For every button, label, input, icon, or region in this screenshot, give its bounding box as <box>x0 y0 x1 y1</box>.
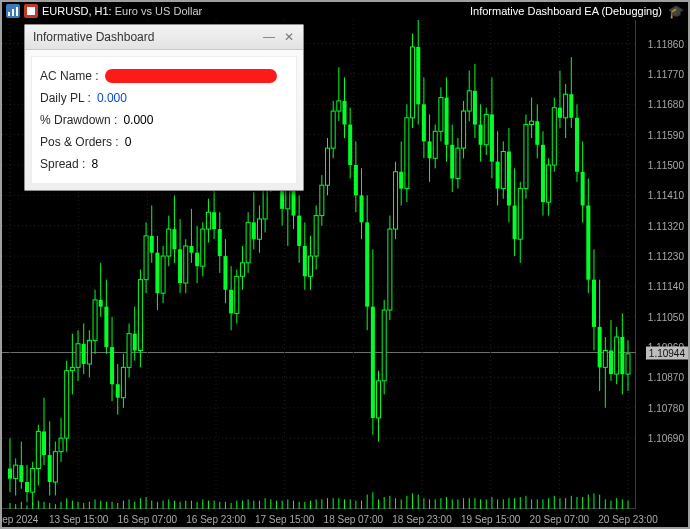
svg-rect-168 <box>82 344 86 364</box>
drawdown-label: % Drawdown : <box>40 113 117 127</box>
svg-rect-208 <box>195 253 199 266</box>
svg-rect-270 <box>371 307 375 418</box>
svg-rect-216 <box>218 229 222 256</box>
svg-rect-300 <box>456 148 460 178</box>
svg-rect-304 <box>467 91 471 111</box>
svg-rect-228 <box>252 222 256 239</box>
svg-rect-2 <box>12 9 14 16</box>
svg-rect-332 <box>547 165 551 202</box>
svg-rect-230 <box>257 219 261 239</box>
chart-type-icon <box>6 4 20 18</box>
svg-rect-200 <box>172 229 176 249</box>
svg-rect-172 <box>93 300 97 340</box>
svg-rect-1 <box>8 12 10 16</box>
time-tick: 13 Sep 15:00 <box>49 514 109 525</box>
svg-rect-324 <box>524 125 528 189</box>
svg-rect-336 <box>558 108 562 118</box>
svg-rect-188 <box>138 280 142 351</box>
svg-rect-322 <box>518 189 522 240</box>
svg-rect-174 <box>99 300 103 307</box>
price-tick: 1.10690 <box>648 433 684 444</box>
svg-rect-330 <box>541 145 545 202</box>
svg-rect-192 <box>150 236 154 253</box>
svg-rect-222 <box>235 276 239 313</box>
price-tick: 1.11680 <box>648 99 684 110</box>
svg-rect-298 <box>450 145 454 179</box>
panel-close-button[interactable]: ✕ <box>281 29 297 45</box>
svg-rect-360 <box>626 354 630 374</box>
daily-pl-label: Daily PL : <box>40 91 91 105</box>
svg-rect-3 <box>16 7 18 16</box>
svg-rect-256 <box>331 111 335 148</box>
svg-rect-202 <box>178 249 182 283</box>
pos-orders-value: 0 <box>125 135 132 149</box>
ac-name-redacted <box>105 69 277 83</box>
svg-rect-210 <box>201 229 205 266</box>
current-price-badge: 1.10944 <box>646 346 688 359</box>
svg-rect-314 <box>496 162 500 189</box>
time-tick: 17 Sep 15:00 <box>255 514 315 525</box>
svg-rect-264 <box>354 165 358 195</box>
svg-rect-196 <box>161 256 165 293</box>
svg-rect-320 <box>513 205 517 239</box>
price-tick: 1.11500 <box>648 160 684 171</box>
svg-rect-252 <box>320 185 324 215</box>
svg-rect-214 <box>212 212 216 229</box>
svg-rect-354 <box>609 350 613 374</box>
svg-rect-262 <box>348 125 352 165</box>
svg-rect-346 <box>586 205 590 279</box>
price-tick: 1.11590 <box>648 129 684 140</box>
svg-rect-190 <box>144 236 148 280</box>
svg-rect-180 <box>116 384 120 397</box>
svg-rect-144 <box>14 465 18 478</box>
svg-rect-284 <box>411 47 415 118</box>
ea-hat-icon[interactable]: 🎓 <box>668 4 684 19</box>
panel-minimize-button[interactable]: — <box>261 29 277 45</box>
svg-rect-306 <box>473 91 477 125</box>
pos-orders-label: Pos & Orders : <box>40 135 119 149</box>
price-tick: 1.11050 <box>648 311 684 322</box>
time-tick: 20 Sep 07:00 <box>530 514 590 525</box>
svg-rect-352 <box>603 350 607 367</box>
informative-dashboard-panel[interactable]: Informative Dashboard — ✕ AC Name : Dail… <box>24 24 304 191</box>
price-tick: 1.11230 <box>648 251 684 262</box>
time-tick: 18 Sep 07:00 <box>324 514 384 525</box>
spread-label: Spread : <box>40 157 85 171</box>
svg-rect-212 <box>206 212 210 229</box>
svg-rect-280 <box>399 172 403 189</box>
svg-rect-278 <box>394 172 398 229</box>
svg-rect-148 <box>25 482 29 492</box>
daily-pl-value: 0.000 <box>97 91 127 105</box>
svg-rect-338 <box>564 94 568 118</box>
svg-rect-194 <box>155 253 159 293</box>
panel-body: AC Name : Daily PL : 0.000 % Drawdown : … <box>31 56 297 184</box>
svg-rect-248 <box>308 256 312 276</box>
svg-rect-282 <box>405 118 409 189</box>
svg-rect-318 <box>507 152 511 206</box>
svg-rect-186 <box>133 334 137 351</box>
svg-rect-290 <box>428 141 432 158</box>
svg-rect-358 <box>620 337 624 374</box>
svg-rect-258 <box>337 101 341 111</box>
chart-window: EURUSD, H1: Euro vs US Dollar Informativ… <box>0 0 690 529</box>
svg-rect-170 <box>87 340 91 364</box>
svg-rect-276 <box>388 229 392 310</box>
panel-title: Informative Dashboard <box>33 30 257 44</box>
svg-rect-164 <box>70 367 74 370</box>
svg-rect-326 <box>530 121 534 124</box>
svg-rect-286 <box>416 47 420 104</box>
time-tick: 12 Sep 2024 <box>0 514 38 525</box>
svg-rect-254 <box>325 148 329 185</box>
svg-rect-226 <box>246 222 250 262</box>
svg-rect-288 <box>422 104 426 141</box>
panel-titlebar[interactable]: Informative Dashboard — ✕ <box>25 25 303 50</box>
svg-rect-142 <box>8 469 12 479</box>
svg-rect-198 <box>167 229 171 256</box>
svg-rect-328 <box>535 121 539 145</box>
svg-rect-250 <box>314 216 318 256</box>
svg-rect-206 <box>189 246 193 253</box>
svg-rect-176 <box>104 307 108 347</box>
time-tick: 20 Sep 23:00 <box>598 514 658 525</box>
svg-rect-152 <box>36 431 40 468</box>
price-tick: 1.11140 <box>648 281 684 292</box>
